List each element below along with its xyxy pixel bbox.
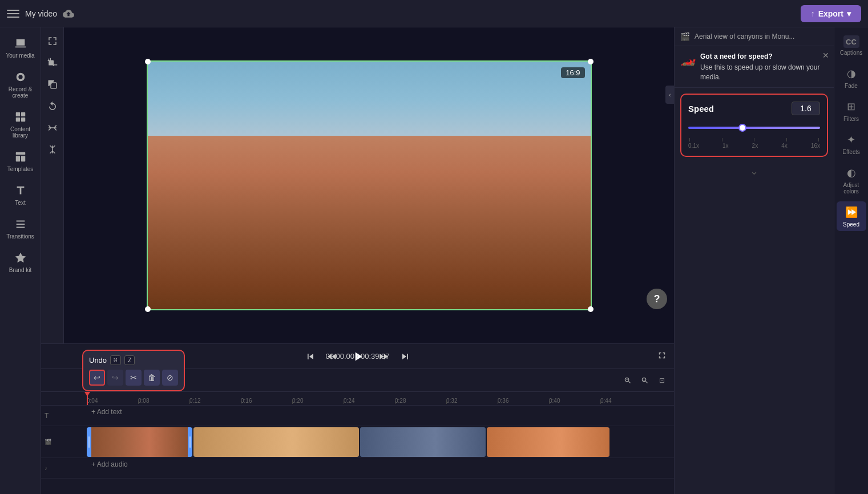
filters-label: Filters xyxy=(843,116,859,122)
duplicate-tool-button[interactable] xyxy=(43,75,62,94)
timeline-toolbar: Undo ⌘ Z ↩ ↪ ✂ 🗑 ⊘ xyxy=(41,369,674,392)
time-sep: / xyxy=(354,352,361,361)
filters-icon: ⊞ xyxy=(844,99,859,114)
skip-back-button[interactable] xyxy=(305,351,316,362)
sidebar-item-transitions[interactable]: Transitions xyxy=(2,213,39,244)
canvas-row: 16:9 ? ‹ xyxy=(41,27,674,343)
undo-button[interactable]: ↩ xyxy=(89,370,105,386)
right-tool-filters[interactable]: ⊞ Filters xyxy=(837,96,866,125)
audio-track-label: ♪ xyxy=(41,465,87,471)
cloud-save-icon[interactable] xyxy=(63,8,74,19)
corner-handle-bl[interactable] xyxy=(145,306,151,312)
video-track-label: 🎬 xyxy=(41,439,87,445)
svg-rect-5 xyxy=(21,118,25,122)
video-clip-4[interactable] xyxy=(487,427,609,457)
zoom-in-button[interactable] xyxy=(637,373,652,388)
clip-inner-4 xyxy=(487,427,609,457)
timeline-tracks: T + Add text 🎬 xyxy=(41,406,674,494)
clip-left-handle[interactable] xyxy=(87,427,91,457)
sidebar-label-text: Text xyxy=(15,200,25,206)
ruler-mark-1: 0:08 xyxy=(138,398,189,404)
playhead[interactable] xyxy=(87,392,88,405)
right-tool-fade[interactable]: ◑ Fade xyxy=(837,63,866,92)
zoom-out-button[interactable] xyxy=(620,373,635,388)
video-clip-1[interactable] xyxy=(87,427,192,457)
video-track-row: 🎬 xyxy=(41,426,674,458)
canyon-scene xyxy=(148,62,591,309)
resize-tool-button[interactable] xyxy=(43,32,62,50)
text-track-content: + Add text xyxy=(87,406,674,426)
svg-rect-7 xyxy=(15,156,19,161)
panel-notification: 🏎️ Got a need for speed? Use this to spe… xyxy=(675,46,834,88)
speed-label: Speed xyxy=(688,104,714,114)
speed-slider-thumb[interactable] xyxy=(738,124,746,132)
corner-handle-tl[interactable] xyxy=(145,59,151,64)
tool-strip xyxy=(41,27,64,343)
corner-handle-br[interactable] xyxy=(588,306,594,312)
adjust-colors-label: Adjust colors xyxy=(839,182,864,195)
sidebar-item-brand-kit[interactable]: Brand kit xyxy=(2,246,39,278)
menu-button[interactable] xyxy=(7,7,19,20)
fit-button[interactable]: ⊡ xyxy=(655,373,669,388)
right-tool-effects[interactable]: ✦ Effects xyxy=(837,129,866,159)
crop-tool-button[interactable] xyxy=(43,54,62,72)
playback-time: 00:00.00 / 00:39.97 xyxy=(325,352,389,361)
speed-tick-2 xyxy=(722,138,722,141)
detach-button[interactable]: ⊘ xyxy=(162,370,178,386)
svg-point-1 xyxy=(18,75,22,79)
speed-marker-0: 0.1x xyxy=(688,143,699,149)
flip-h-tool-button[interactable] xyxy=(43,119,62,137)
svg-rect-4 xyxy=(15,118,19,122)
cut-button[interactable]: ✂ xyxy=(126,370,142,386)
video-clip-2[interactable] xyxy=(193,427,359,457)
collapse-right-panel-button[interactable]: ‹ xyxy=(665,86,674,104)
rotate-tool-button[interactable] xyxy=(43,97,62,115)
export-button[interactable]: ↑ Export ▾ xyxy=(801,5,861,22)
clip-right-handle[interactable] xyxy=(188,427,192,457)
sidebar-item-text[interactable]: Text xyxy=(2,179,39,210)
sidebar-item-record[interactable]: Record & create xyxy=(2,66,39,103)
speed-slider-container xyxy=(688,122,820,133)
panel-video-icon: 🎬 xyxy=(680,32,690,41)
video-clip-3[interactable] xyxy=(360,427,486,457)
right-tool-captions[interactable]: CC Captions xyxy=(837,32,866,59)
notification-text: Use this to speed up or slow down your m… xyxy=(700,63,819,81)
right-tool-adjust-colors[interactable]: ◐ Adjust colors xyxy=(837,162,866,198)
panel-collapse-button[interactable]: ⌄ xyxy=(750,165,758,177)
notification-close-button[interactable]: ✕ xyxy=(822,51,829,60)
topbar-right: ↑ Export ▾ xyxy=(801,5,861,22)
video-track-content xyxy=(87,426,674,457)
add-text-button[interactable]: + Add text xyxy=(87,406,674,418)
video-canvas[interactable]: 16:9 xyxy=(147,60,592,310)
speed-tick-5 xyxy=(818,138,819,141)
right-panel: 🎬 Aerial view of canyons in Monu... 🏎️ G… xyxy=(674,27,834,494)
speed-header: Speed 1.6 xyxy=(688,102,820,115)
speed-panel: Speed 1.6 0.1x 1x 2x 4x 16x xyxy=(680,94,828,157)
fade-label: Fade xyxy=(845,83,858,89)
right-tool-speed[interactable]: ⏩ Speed xyxy=(837,201,866,231)
speed-slider-track[interactable] xyxy=(688,127,820,129)
add-audio-button[interactable]: + Add audio xyxy=(87,458,674,471)
skip-forward-button[interactable] xyxy=(399,351,411,362)
help-button[interactable]: ? xyxy=(647,289,667,309)
sidebar-item-your-media[interactable]: Your media xyxy=(2,32,39,63)
undo-label: Undo xyxy=(89,356,107,365)
corner-handle-tr[interactable] xyxy=(588,59,594,64)
effects-icon: ✦ xyxy=(844,132,859,147)
ruler-mark-0: 0:04 xyxy=(87,398,138,404)
flip-v-tool-button[interactable] xyxy=(43,140,62,159)
ruler-mark-8: 0:36 xyxy=(498,398,549,404)
speed-markers: 0.1x 1x 2x 4x 16x xyxy=(688,143,820,149)
speed-value[interactable]: 1.6 xyxy=(792,102,820,115)
sidebar-item-content-library[interactable]: Content library xyxy=(2,106,39,143)
sidebar-label-brand-kit: Brand kit xyxy=(9,267,31,273)
current-time: 00:00.00 xyxy=(325,352,354,361)
sidebar-item-templates[interactable]: Templates xyxy=(2,145,39,177)
delete-button[interactable]: 🗑 xyxy=(144,370,160,386)
right-tools: CC Captions ◑ Fade ⊞ Filters ✦ Effects ◐… xyxy=(834,27,868,494)
ruler-mark-3: 0:16 xyxy=(241,398,292,404)
fullscreen-button[interactable] xyxy=(657,350,667,363)
redo-button[interactable]: ↪ xyxy=(107,370,123,386)
sidebar-label-transitions: Transitions xyxy=(6,233,34,240)
text-track-row: T + Add text xyxy=(41,406,674,426)
